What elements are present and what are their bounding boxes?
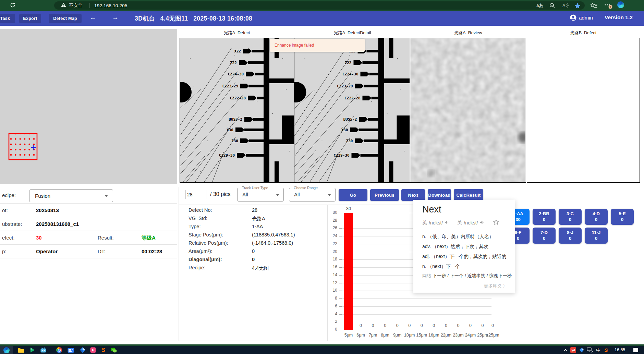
clock[interactable]: 16:55 <box>615 347 625 352</box>
kite-tray-icon[interactable] <box>578 347 585 353</box>
pcb-trace-label: CZ24-30 <box>342 72 358 76</box>
sogou-tray-icon[interactable]: S <box>603 347 609 353</box>
recipe-select[interactable]: Fusion <box>29 189 113 202</box>
substrate-row: ubstrate: 202508131608_c1 <box>0 217 177 231</box>
category-button-2-BB[interactable]: 2-BB0 <box>533 209 556 225</box>
category-count: 0 <box>611 217 634 222</box>
zoom-out-icon[interactable] <box>549 2 555 9</box>
quark-kite-icon[interactable] <box>79 347 86 353</box>
definition-text: （next）下一个的；其次的；贴近的 <box>431 254 506 259</box>
category-button-11-J[interactable]: 11-J0 <box>585 228 608 244</box>
wafer-map-panel[interactable] <box>0 29 177 184</box>
network-tray-icon[interactable] <box>586 347 593 353</box>
chrome-icon[interactable] <box>56 347 62 353</box>
panel-title-b-defect: 光路B_Defect <box>549 30 618 36</box>
url-text[interactable]: 192.168.10.205 <box>94 3 127 8</box>
dictionary-definitions: n. （俄、印、美）内斯特（人名）adv. （next）然后；下次；其次adj.… <box>422 232 510 271</box>
word-star-icon[interactable] <box>493 219 499 226</box>
defect-map-thumbnail[interactable] <box>8 133 39 162</box>
more-menu-icon[interactable] <box>604 2 613 9</box>
track-user-type-value: All <box>242 192 248 197</box>
defect-die-dot <box>28 149 30 150</box>
category-button-8-J[interactable]: 8-J0 <box>559 228 582 244</box>
notification-center-icon[interactable] <box>632 347 639 353</box>
warning-triangle-icon[interactable] <box>61 2 66 9</box>
page-number-input[interactable] <box>185 190 207 199</box>
detail-value: 0 <box>252 248 255 254</box>
y-tick-label: 14 <box>328 272 337 277</box>
collections-icon[interactable] <box>591 2 597 9</box>
address-bar[interactable]: 不安全 192.168.10.205 <box>54 1 585 10</box>
pcb-trace-label: CZ23-29 <box>337 84 353 88</box>
wechat-icon[interactable] <box>110 347 117 353</box>
category-count: 0 <box>533 235 556 241</box>
tray-chevron-up-icon[interactable] <box>562 347 569 353</box>
y-tick <box>339 236 342 236</box>
image-a-review[interactable] <box>410 38 526 183</box>
category-button-4-D[interactable]: 4-D0 <box>585 209 608 225</box>
category-button-7-D[interactable]: 7-D0 <box>533 228 556 244</box>
dt-value: 00:02:28 <box>142 248 162 254</box>
file-explorer-icon[interactable] <box>18 347 24 353</box>
part-of-speech: adv. <box>422 244 432 249</box>
favorite-star-icon[interactable] <box>574 2 581 9</box>
pcb-trace-label: CZ24-30 <box>228 72 244 76</box>
image-a-defectdetail[interactable]: X22Z22CZ24-30CZ23-29CZ22-28BUS5-2X30Z30C… <box>294 38 410 183</box>
screen: 不安全 192.168.10.205 aあ A Task Export Defe… <box>0 0 644 354</box>
edge-taskbar-icon[interactable] <box>3 347 10 353</box>
detail-value: 1-AA <box>252 224 263 229</box>
y-tick-label: 10 <box>328 288 337 293</box>
bilibili-icon[interactable] <box>40 347 47 353</box>
category-button-3-C[interactable]: 3-C0 <box>559 209 582 225</box>
reload-icon[interactable] <box>10 2 16 9</box>
image-a-defect[interactable]: X22Z22CZ24-30CZ23-29CZ22-28BUS5-2X30Z30C… <box>180 38 294 183</box>
y-tick <box>339 298 342 299</box>
user-menu[interactable]: admin <box>570 14 593 21</box>
uk-speaker-icon[interactable] <box>445 220 449 225</box>
sogou-input-icon[interactable]: S <box>100 347 107 353</box>
task-button[interactable]: Task <box>0 14 15 23</box>
back-arrow[interactable]: ← <box>90 14 96 21</box>
export-button[interactable]: Export <box>19 14 41 23</box>
forward-arrow[interactable]: → <box>112 14 119 21</box>
ime-indicator[interactable]: 中 <box>595 347 602 353</box>
more-definitions-link[interactable]: 更多释义 〉 <box>484 283 507 289</box>
go-button[interactable]: Go <box>339 189 367 201</box>
track-user-type-select[interactable]: Track User Type All <box>237 188 284 202</box>
defect-die-dot <box>20 154 21 156</box>
meeting-app-icon[interactable] <box>68 347 74 353</box>
bar-value-label: 0 <box>487 323 499 328</box>
read-aloud-icon[interactable]: A <box>562 2 569 9</box>
pink-media-app-icon[interactable] <box>90 347 96 353</box>
previous-button[interactable]: Previous <box>370 189 399 201</box>
video-player-icon[interactable] <box>29 347 36 353</box>
download-button[interactable]: Download <box>428 189 451 201</box>
y-tick-label: 22 <box>328 241 337 246</box>
recipe-row: ecipe: Fusion <box>0 187 177 204</box>
panel-title-a-defect: 光路A_Defect <box>203 30 271 36</box>
choose-range-select[interactable]: Choose Range All <box>289 188 336 202</box>
review-noise-image <box>410 38 525 182</box>
y-tick-label: 2 <box>328 319 337 324</box>
bar-value-label: 0 <box>428 323 440 328</box>
next-button[interactable]: Next <box>401 189 425 201</box>
us-speaker-icon[interactable] <box>480 220 484 225</box>
category-button-5-E[interactable]: 5-E0 <box>611 209 634 225</box>
detail-label: Stage Pos(μm): <box>189 232 223 237</box>
us-label: 美 <box>457 220 462 226</box>
gridline <box>342 330 491 330</box>
security-warning[interactable]: 不安全 <box>69 2 82 9</box>
y-tick-label: 26 <box>328 225 337 230</box>
copilot-icon[interactable] <box>617 1 624 8</box>
chevron-down-icon <box>105 195 108 197</box>
version-label: Version 1.2 <box>605 14 633 21</box>
defect-die-dot <box>28 154 30 156</box>
image-b-defect[interactable] <box>527 38 640 183</box>
dictionary-word: Next <box>422 204 441 215</box>
defect-map-button[interactable]: Defect Map <box>49 14 82 23</box>
op-label: p: <box>2 248 7 254</box>
translate-icon[interactable]: aあ <box>536 2 544 9</box>
selected-die-crosshair <box>31 145 36 150</box>
youdao-tray-icon[interactable]: yd <box>570 347 576 353</box>
calcresult-button[interactable]: CalcResult <box>454 189 483 201</box>
